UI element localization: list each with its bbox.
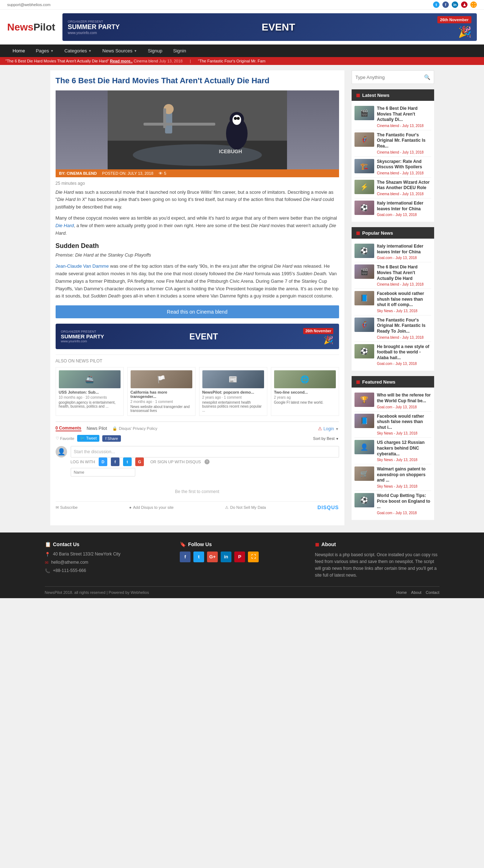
nav-signup[interactable]: Signup — [142, 44, 168, 57]
privacy-policy-link[interactable]: Disqus' Privacy Policy — [119, 426, 157, 431]
featured-news-item: 🏆 Who will be the referee for the World … — [354, 390, 431, 411]
footer-social-icons: f t G+ in P ⛶ — [180, 552, 304, 562]
news-thumb: 👤 — [354, 440, 374, 454]
search-input[interactable] — [356, 75, 424, 80]
popular-news-title: ◼ Popular News — [352, 227, 434, 239]
nav-signin[interactable]: Signin — [168, 44, 192, 57]
news-item-title[interactable]: The 6 Best Die Hard Movies That Aren't A… — [377, 106, 431, 123]
heart-icon: ♡ — [56, 436, 59, 441]
news-item-title[interactable]: Italy international Eder leaves Inter fo… — [377, 244, 431, 255]
news-item-title[interactable]: Walmart gains patent to eavesdrop on sho… — [377, 466, 431, 483]
sort-dropdown[interactable]: Sort by Best ▼ — [313, 436, 339, 441]
news-info: US charges 12 Russian hackers behind DNC… — [377, 440, 431, 462]
news-item-title[interactable]: Facebook would rather shush false news t… — [377, 291, 431, 308]
news-ticker: "The 6 Best Die Hard Movies That Aren't … — [0, 57, 484, 65]
site-logo[interactable]: NewsPilot — [7, 22, 55, 33]
news-item-title[interactable]: World Cup Betting Tips: Price boost on E… — [377, 493, 431, 510]
or-signup-label: OR SIGN UP WITH DISQUS — [150, 460, 201, 464]
news-item-title[interactable]: The 6 Best Die Hard Movies That Aren't A… — [377, 264, 431, 281]
twitter-login-btn[interactable]: t — [123, 458, 132, 466]
facebook-icon[interactable]: f — [442, 1, 449, 8]
footer-email: ✉ hello@atheme.com — [45, 560, 169, 565]
rss-icon[interactable]: ⛶ — [470, 1, 477, 8]
subscribe-button[interactable]: ✉ Subscribe — [56, 505, 78, 510]
news-thumb: ⚡ — [354, 180, 374, 194]
discussion-input[interactable]: Start the discussion... — [71, 446, 339, 458]
nav-home[interactable]: Home — [7, 44, 30, 57]
news-thumb: 🏗️ — [354, 159, 374, 173]
van-damme-link[interactable]: Jean-Claude Van Damme — [56, 263, 109, 269]
news-item-title[interactable]: The Shazam Wizard Actor Has Another DCEU… — [377, 180, 431, 191]
news-info: Facebook would rather shush false news t… — [377, 291, 431, 313]
footer-link-home[interactable]: Home — [396, 590, 407, 595]
nav-news-sources[interactable]: News Sources▼ — [97, 44, 142, 57]
share-button[interactable]: f Share — [102, 435, 121, 442]
news-item-meta: Goal.com - July 13, 2018 — [377, 511, 431, 515]
facebook-login-btn[interactable]: f — [111, 458, 119, 466]
news-info: The 6 Best Die Hard Movies That Aren't A… — [377, 264, 431, 286]
also-on-item: 🚢 USS Johnston: Sub... 10 months ago · 1… — [56, 367, 124, 416]
chevron-down-icon: ▼ — [51, 49, 54, 53]
nav-pages[interactable]: Pages▼ — [30, 44, 59, 57]
news-item-title[interactable]: US charges 12 Russian hackers behind DNC… — [377, 440, 431, 457]
twitter-icon[interactable]: t — [433, 1, 440, 8]
comments-tab[interactable]: 0 Comments — [56, 426, 81, 431]
disqus-login-btn[interactable]: D — [99, 458, 107, 466]
news-thumb: 📘 — [354, 291, 374, 305]
in-banner-figure: 🎉 — [324, 336, 333, 345]
in-banner-right: 26th November 🎉 — [303, 328, 333, 345]
in-banner-event: EVENT — [189, 332, 218, 342]
footer-twitter-icon[interactable]: t — [193, 552, 204, 562]
pinterest-icon[interactable]: ♟ — [461, 1, 467, 8]
disqus-section: 0 Comments News Pilot 🔒 Disqus' Privacy … — [56, 421, 339, 510]
news-item-title[interactable]: Italy international Eder leaves Inter fo… — [377, 201, 431, 212]
add-disqus-button[interactable]: ● Add Disqus to your site — [129, 505, 174, 510]
also-on-grid: 🚢 USS Johnston: Sub... 10 months ago · 1… — [56, 367, 339, 416]
footer-address: 📍 40 Baria Street 133/2 NewYork City — [45, 552, 169, 557]
also-on-item: 🏳️ California has more transgender... 2 … — [127, 367, 196, 416]
news-thumb: ⚽ — [354, 201, 374, 215]
tweet-button[interactable]: 🐦 Tweet — [77, 435, 99, 442]
news-thumb: 🦸 — [354, 318, 374, 332]
featured-news-list: 🏆 Who will be the referee for the World … — [352, 388, 434, 520]
featured-news-icon: ◼ — [356, 379, 360, 385]
footer-googleplus-icon[interactable]: G+ — [207, 552, 218, 562]
search-button[interactable]: 🔍 — [424, 74, 430, 80]
footer-pinterest-icon[interactable]: P — [234, 552, 245, 562]
news-item-title[interactable]: The Fantastic Four's Original Mr. Fantas… — [377, 318, 431, 334]
nav-categories[interactable]: Categories▼ — [59, 44, 97, 57]
read-more-button[interactable]: Read this on Cinema blend — [56, 305, 339, 318]
news-item-title[interactable]: Who will be the referee for the World Cu… — [377, 393, 431, 404]
read-more-link[interactable]: Read more.. — [110, 59, 133, 63]
news-item-title[interactable]: Facebook would rather shush false news t… — [377, 414, 431, 431]
name-input[interactable] — [71, 468, 135, 477]
body-para-2: Many of these copycat movies were as ter… — [56, 215, 339, 237]
news-info: Italy international Eder leaves Inter fo… — [377, 244, 431, 260]
also-on-name-4: Two-line second... — [274, 390, 336, 394]
popular-news-list: ⚽ Italy international Eder leaves Inter … — [352, 239, 434, 371]
news-item-title[interactable]: He brought a new style of football to th… — [377, 344, 431, 361]
site-tab[interactable]: News Pilot — [87, 426, 107, 431]
linkedin-icon[interactable]: in — [452, 1, 458, 8]
news-item-meta: Cinema blend - July 13, 2018 — [377, 150, 431, 154]
google-login-btn[interactable]: G — [135, 458, 144, 466]
article-premise: Premise: Die Hard at the Stanley Cup Pla… — [56, 252, 339, 259]
footer-linkedin-icon[interactable]: in — [221, 552, 231, 562]
article-body: Die Hard was such a successful movie tha… — [56, 189, 339, 300]
footer-facebook-icon[interactable]: f — [180, 552, 191, 562]
support-email: support@webhelios.com — [7, 3, 51, 7]
header-banner: ORGANIZER PRESENT SUMMER PARTY www.youri… — [62, 13, 477, 41]
news-item-title[interactable]: Skyscraper: Rate And Discuss With Spoile… — [377, 159, 431, 170]
popular-news-section: ◼ Popular News ⚽ Italy international Ede… — [352, 227, 434, 371]
footer-rss-icon[interactable]: ⛶ — [248, 552, 259, 562]
also-on-name-3: NewsPilot: popcorn demo... — [202, 390, 264, 394]
also-on-thumb-2: 🏳️ — [131, 370, 192, 388]
news-item-title[interactable]: The Fantastic Four's Original Mr. Fantas… — [377, 132, 431, 149]
do-not-sell-button[interactable]: ⚠ Do Not Sell My Data — [225, 505, 266, 510]
do-not-sell-label: Do Not Sell My Data — [230, 505, 266, 510]
die-hard-link[interactable]: Die Hard — [56, 223, 74, 228]
footer-link-contact[interactable]: Contact — [426, 590, 440, 595]
footer-link-about[interactable]: About — [411, 590, 422, 595]
favorite-button[interactable]: ♡ Favorite — [56, 436, 75, 441]
login-link[interactable]: Login — [324, 426, 334, 431]
